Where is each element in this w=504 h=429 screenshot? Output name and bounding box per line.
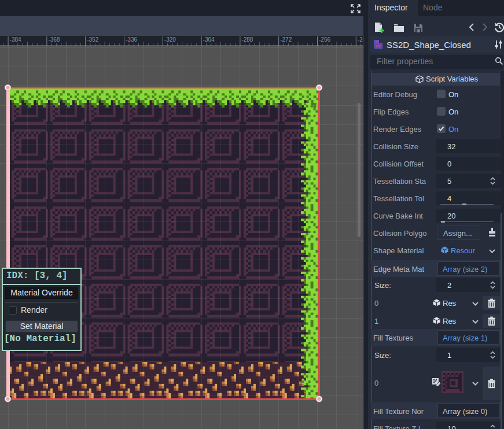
svg-text:-368: -368 — [48, 36, 60, 43]
svg-text:-320: -320 — [164, 36, 176, 43]
svg-text:-336: -336 — [126, 36, 137, 43]
svg-text:-288: -288 — [241, 36, 253, 43]
svg-text:-384: -384 — [10, 36, 21, 43]
svg-text:-352: -352 — [87, 36, 98, 43]
svg-text:-304: -304 — [203, 36, 215, 43]
svg-text:-272: -272 — [280, 36, 292, 43]
svg-text:-256: -256 — [319, 36, 330, 43]
